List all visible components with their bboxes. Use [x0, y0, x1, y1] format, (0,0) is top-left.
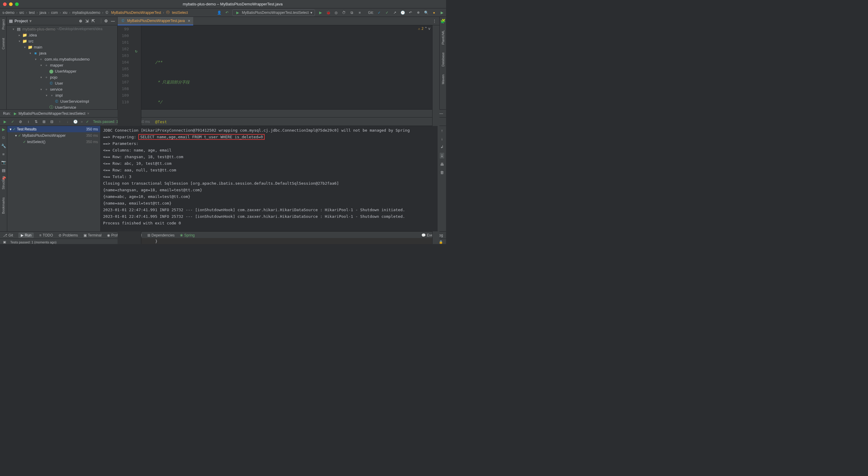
- back-icon[interactable]: ↶: [224, 10, 229, 15]
- wrap-icon[interactable]: ↲: [440, 145, 444, 149]
- breadcrumb-method[interactable]: testSelect: [172, 10, 189, 15]
- tree-item: ▾📁main: [7, 44, 117, 50]
- todo-tab[interactable]: ≡ TODO: [39, 233, 53, 237]
- plantuml-icon[interactable]: 🧩: [440, 19, 445, 24]
- right-tool-strip: 🧩 PlantUML Database Maven: [439, 17, 446, 109]
- history-button[interactable]: 🕐: [73, 119, 78, 124]
- avatar-icon[interactable]: ●: [432, 10, 436, 15]
- window-title: mybatis-plus-demo – MyBatisPlusDemoWrapp…: [22, 2, 443, 6]
- locate-icon[interactable]: ⊕: [79, 19, 82, 23]
- close-tab-icon[interactable]: ×: [188, 19, 190, 23]
- clear-icon[interactable]: 🗑: [440, 170, 444, 175]
- tree-item: ⒾUserService: [7, 104, 117, 109]
- git-history-icon[interactable]: 🕐: [400, 10, 405, 15]
- breadcrumb-item[interactable]: com: [50, 10, 59, 15]
- git-push-icon[interactable]: ↗: [393, 10, 397, 15]
- user-icon[interactable]: 👤: [217, 10, 221, 15]
- navigation-bar: s-demo› src› test› java› com› xiu› mybat…: [0, 8, 446, 17]
- project-tree[interactable]: ▾▤mybatis-plus-demo ~/Desktop/developmen…: [7, 25, 117, 109]
- translate-icon[interactable]: ✵: [416, 10, 421, 15]
- maximize-window-icon[interactable]: [15, 2, 19, 6]
- up-arrow-icon[interactable]: ↑: [441, 128, 443, 133]
- close-icon[interactable]: ×: [87, 112, 89, 116]
- breadcrumb-item[interactable]: mybatisplusdemo: [71, 10, 101, 15]
- sort-button[interactable]: ↕: [26, 119, 31, 124]
- database-tool-button[interactable]: Database: [441, 51, 445, 68]
- expand-icon[interactable]: ⇲: [85, 19, 89, 23]
- plantuml-tool-button[interactable]: PlantUML: [441, 29, 445, 46]
- debug-icon[interactable]: 🔧: [1, 144, 6, 148]
- git-update-icon[interactable]: ✓: [377, 10, 381, 15]
- maven-tool-button[interactable]: Maven: [441, 73, 445, 86]
- run-config-label: MyBatisPlusDemoWrapperTest.testSelect: [242, 10, 309, 15]
- rerun-icon[interactable]: ▶: [2, 127, 5, 132]
- up-button[interactable]: ↑: [57, 119, 62, 124]
- camera-icon[interactable]: 📷: [1, 160, 6, 164]
- more-icon[interactable]: ⋮: [433, 19, 436, 23]
- test-method-node[interactable]: ✓ testSelect()350 ms: [7, 138, 100, 145]
- structure-tool-button[interactable]: Structure: [1, 175, 5, 191]
- test-results-root[interactable]: ▾✓ Test Results350 ms: [7, 126, 100, 132]
- breadcrumb-item[interactable]: s-demo: [2, 10, 15, 15]
- collapse-icon[interactable]: ⇱: [92, 19, 95, 23]
- hide-icon[interactable]: —: [111, 19, 115, 23]
- ide-update-icon[interactable]: ▶: [439, 10, 444, 15]
- close-window-icon[interactable]: [3, 2, 7, 6]
- class-icon: ©: [121, 19, 125, 23]
- collapse-button[interactable]: ⊟: [50, 119, 54, 124]
- git-rollback-icon[interactable]: ↶: [408, 10, 413, 15]
- run-configuration-selector[interactable]: ▶ MyBatisPlusDemoWrapperTest.testSelect …: [232, 9, 315, 16]
- inspection-badge[interactable]: ⚠ 2 ^ v: [418, 27, 430, 31]
- editor-tab-active[interactable]: © MyBatisPlusDemoWrapperTest.java ×: [118, 17, 193, 25]
- tree-item: ©User: [7, 80, 117, 86]
- gear-icon[interactable]: ⚙: [101, 19, 108, 23]
- commit-tool-button[interactable]: Commit: [1, 37, 5, 51]
- down-arrow-icon[interactable]: ↓: [441, 136, 443, 141]
- tree-item: ▾■java: [7, 50, 117, 56]
- search-icon[interactable]: 🔍: [424, 10, 429, 15]
- coverage-button[interactable]: ◎: [334, 10, 338, 15]
- run-label: Run:: [3, 112, 10, 116]
- debug-button[interactable]: 🐞: [326, 10, 331, 15]
- project-tool-window: ▤ Project ▾ ⊕ ⇲ ⇱ ⚙ — ▾▤mybatis-plus-dem…: [7, 17, 118, 109]
- test-results-tree[interactable]: ▾✓ Test Results350 ms ▾✓ MyBatisPlusDemo…: [7, 126, 101, 231]
- run-button[interactable]: ▶: [318, 10, 323, 15]
- toggle-pass-button[interactable]: ✓: [10, 119, 15, 124]
- window-controls: [3, 2, 19, 6]
- git-tab[interactable]: ⎇ Git: [3, 233, 13, 237]
- breadcrumb-class[interactable]: MyBatisPlusDemoWrapperTest: [111, 10, 162, 15]
- status-icon[interactable]: ▣: [3, 240, 6, 244]
- tree-item: ⬤UserMapper: [7, 68, 117, 74]
- class-icon: ©: [104, 10, 110, 15]
- project-tool-button[interactable]: Project: [1, 18, 5, 31]
- test-class-node[interactable]: ▾✓ MyBatisPlusDemoWrapper350 ms: [7, 132, 100, 138]
- breadcrumb-item[interactable]: test: [28, 10, 35, 15]
- layout-icon[interactable]: ▤: [2, 168, 5, 172]
- stop-button[interactable]: ■: [357, 10, 362, 15]
- bookmarks-tool-button[interactable]: Bookmarks: [1, 196, 5, 215]
- expand-button[interactable]: ⊞: [41, 119, 46, 124]
- terminal-tab[interactable]: ▣ Terminal: [84, 233, 101, 237]
- breadcrumb-item[interactable]: xiu: [62, 10, 68, 15]
- down-button[interactable]: ↓: [65, 119, 70, 124]
- attach-button[interactable]: ⧉: [349, 10, 354, 15]
- profile-button[interactable]: ⏱: [341, 10, 346, 15]
- hide-icon[interactable]: —: [439, 112, 443, 116]
- print-icon[interactable]: 🖶: [440, 162, 444, 167]
- console-output[interactable]: JDBC Connection [HikariProxyConnection@7…: [101, 126, 438, 231]
- run-tab[interactable]: ▶ Run: [19, 232, 34, 238]
- breadcrumb-item[interactable]: src: [19, 10, 25, 15]
- rerun-button[interactable]: ▶: [2, 119, 7, 124]
- sort-alpha-button[interactable]: ⇅: [34, 119, 38, 124]
- git-commit-icon[interactable]: ✓: [384, 10, 390, 15]
- scroll-icon[interactable]: ⤓: [440, 153, 444, 158]
- stop2-icon[interactable]: ■: [2, 152, 5, 156]
- problems-tab[interactable]: ⊘ Problems: [59, 233, 78, 237]
- breadcrumb-item[interactable]: java: [39, 10, 47, 15]
- toggle-ignore-button[interactable]: ⊘: [18, 119, 23, 124]
- chevron-down-icon[interactable]: ▾: [30, 19, 32, 23]
- minimize-window-icon[interactable]: [9, 2, 13, 6]
- stop-icon[interactable]: ⧉: [2, 135, 5, 140]
- tree-item: ©UserServiceImpl: [7, 98, 117, 104]
- lock-icon[interactable]: 🔒: [439, 240, 443, 244]
